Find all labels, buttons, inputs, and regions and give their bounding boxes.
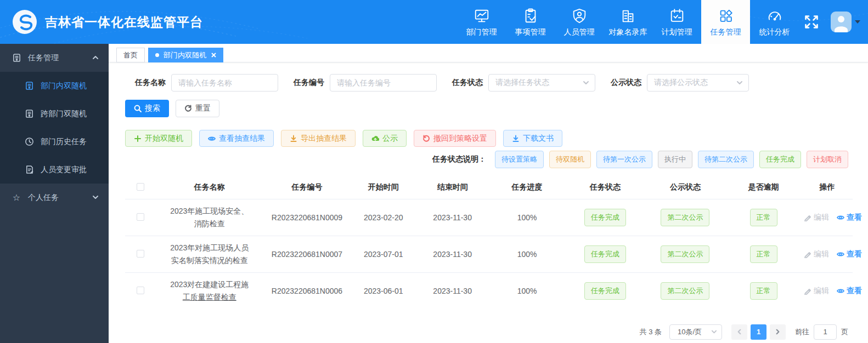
- row-checkbox[interactable]: [137, 287, 144, 294]
- sidebar-group-label: 个人任务: [28, 193, 59, 203]
- legend-badge-pending-strategy: 待设置策略: [495, 151, 544, 168]
- edit-link[interactable]: 编辑: [804, 286, 829, 296]
- chevron-down-icon: [583, 79, 589, 86]
- start-time-cell: 2023-02-20: [351, 199, 416, 236]
- task-status-placeholder: 请选择任务状态: [495, 78, 549, 88]
- journal-icon: [12, 53, 21, 63]
- revert-to-strategy-button[interactable]: 撤回到策略设置: [414, 130, 496, 147]
- reset-button[interactable]: 重置: [176, 100, 219, 117]
- view-link[interactable]: 查看: [837, 286, 862, 296]
- tab-intra-department-double-random[interactable]: 部门内双随机: [148, 48, 223, 62]
- star-icon: ☆: [12, 193, 21, 203]
- download-documents-button[interactable]: 下载文书: [503, 130, 562, 147]
- pencil-icon: [804, 287, 811, 295]
- pagination: 共 3 条 10条/页 1 前往 页: [109, 324, 848, 340]
- eye-icon: [837, 250, 844, 258]
- page-size-value: 10条/页: [678, 327, 702, 337]
- task-code-input[interactable]: [330, 74, 437, 92]
- document-edit-icon: [24, 165, 34, 175]
- action-button-label: 撤回到策略设置: [433, 134, 487, 144]
- export-inspection-results-button[interactable]: 导出抽查结果: [281, 130, 356, 147]
- publicize-button[interactable]: 公示: [363, 130, 407, 147]
- nav-item-object-directory[interactable]: 对象名录库: [604, 0, 652, 44]
- nav-label: 计划管理: [662, 27, 692, 37]
- undo-icon: [422, 135, 430, 142]
- task-code-cell: R2023220681N0009: [263, 199, 351, 236]
- filter-form: 任务名称 任务编号 任务状态 请选择任务状态 公示状态 请选择公示状态: [135, 74, 868, 92]
- sidebar-item-label: 跨部门双随机: [41, 109, 87, 119]
- task-status-select[interactable]: 请选择任务状态: [488, 74, 595, 92]
- close-icon[interactable]: [211, 53, 216, 58]
- task-name-input[interactable]: [171, 74, 278, 92]
- sidebar-item-department-history-tasks[interactable]: 部门历史任务: [0, 128, 109, 156]
- end-time-cell: 2023-11-30: [416, 236, 489, 273]
- buildings-icon: [620, 7, 636, 25]
- col-header-public-status: 公示状态: [645, 175, 725, 199]
- eye-icon: [837, 214, 844, 221]
- avatar[interactable]: [831, 12, 852, 32]
- calendar-check-icon: [669, 7, 685, 25]
- start-time-cell: 2023-06-01: [351, 273, 416, 310]
- col-header-end-time: 结束时间: [416, 175, 489, 199]
- user-menu-caret-icon[interactable]: [855, 20, 860, 24]
- view-link[interactable]: 查看: [837, 249, 862, 259]
- row-checkbox[interactable]: [137, 213, 144, 221]
- sidebar: 任务管理 部门内双随机 跨部门双随机 部门: [0, 44, 109, 343]
- goto-page-input[interactable]: [814, 324, 837, 340]
- search-button[interactable]: 搜索: [125, 100, 169, 117]
- nav-item-plan[interactable]: 计划管理: [652, 0, 701, 44]
- view-link[interactable]: 查看: [837, 213, 862, 222]
- nav-item-statistics[interactable]: 统计分析: [750, 0, 799, 44]
- nav-item-task[interactable]: 任务管理: [701, 0, 750, 44]
- chevron-up-icon: [92, 54, 99, 62]
- chevron-down-icon: [92, 193, 99, 202]
- nav-item-personnel[interactable]: 人员管理: [555, 0, 604, 44]
- edit-link[interactable]: 编辑: [804, 249, 829, 259]
- sidebar-item-intra-department-double-random[interactable]: 部门内双随机: [0, 72, 109, 100]
- sidebar-item-cross-department-double-random[interactable]: 跨部门双随机: [0, 100, 109, 128]
- app-title: 吉林省一体化在线监管平台: [45, 14, 203, 31]
- select-all-checkbox[interactable]: [137, 183, 144, 191]
- col-header-task-name: 任务名称: [156, 175, 263, 199]
- public-status-placeholder: 请选择公示状态: [654, 78, 708, 88]
- nav-item-department[interactable]: 部门管理: [457, 0, 506, 44]
- task-name-cell: 2023年施工现场安全、 消防检查: [156, 199, 263, 236]
- fullscreen-icon[interactable]: [799, 0, 824, 44]
- gauge-icon: [766, 7, 783, 25]
- legend-badge-pending-second-publicity: 待第二次公示: [698, 151, 754, 168]
- action-button-label: 公示: [382, 134, 398, 144]
- task-code-label: 任务编号: [294, 78, 324, 88]
- table-row: 2023年对施工现场人员 实名制落实情况的检查 R2023220681N0007…: [125, 236, 853, 273]
- status-legend: 任务状态说明： 待设置策略 待双随机 待第一次公示 执行中 待第二次公示 任务完…: [109, 151, 848, 168]
- start-time-cell: 2023-07-01: [351, 236, 416, 273]
- progress-cell: 100%: [489, 273, 565, 310]
- edit-link[interactable]: 编辑: [804, 213, 829, 222]
- view-inspection-results-button[interactable]: 查看抽查结果: [199, 130, 274, 147]
- task-name-cell: 2023年对施工现场人员 实名制落实情况的检查: [156, 236, 263, 273]
- task-code-cell: R2023220681N0007: [263, 236, 351, 273]
- sidebar-submenu: 部门内双随机 跨部门双随机 部门历史任务 人员变更审批: [0, 72, 109, 184]
- download-icon: [290, 135, 297, 142]
- page-number-1[interactable]: 1: [751, 324, 766, 340]
- end-time-cell: 2023-11-30: [416, 199, 489, 236]
- public-status-badge: 第二次公示: [661, 209, 709, 226]
- next-page-button[interactable]: [770, 324, 786, 340]
- cloud-upload-icon: [371, 135, 379, 142]
- sidebar-group-task-management[interactable]: 任务管理: [0, 44, 109, 72]
- task-status-label: 任务状态: [452, 78, 483, 88]
- public-status-select[interactable]: 请选择公示状态: [647, 74, 749, 92]
- prev-page-button[interactable]: [731, 324, 747, 340]
- sidebar-group-personal-tasks[interactable]: ☆ 个人任务: [0, 184, 109, 211]
- tab-home[interactable]: 首页: [116, 48, 145, 62]
- task-status-badge: 任务完成: [584, 282, 626, 300]
- start-double-random-button[interactable]: 开始双随机: [125, 130, 192, 147]
- progress-cell: 100%: [489, 199, 565, 236]
- app-header: 吉林省一体化在线监管平台 部门管理 事项管理 人员管理 对象名录库: [0, 0, 868, 44]
- row-checkbox[interactable]: [137, 250, 144, 258]
- tab-active-dot: [155, 53, 159, 57]
- page-size-select[interactable]: 10条/页: [669, 324, 722, 340]
- nav-item-matters[interactable]: 事项管理: [506, 0, 555, 44]
- journal-icon: [24, 81, 34, 91]
- task-table: 任务名称 任务编号 开始时间 结束时间 任务进度 任务状态 公示状态 是否逾期 …: [125, 175, 853, 310]
- sidebar-item-personnel-change-approval[interactable]: 人员变更审批: [0, 156, 109, 184]
